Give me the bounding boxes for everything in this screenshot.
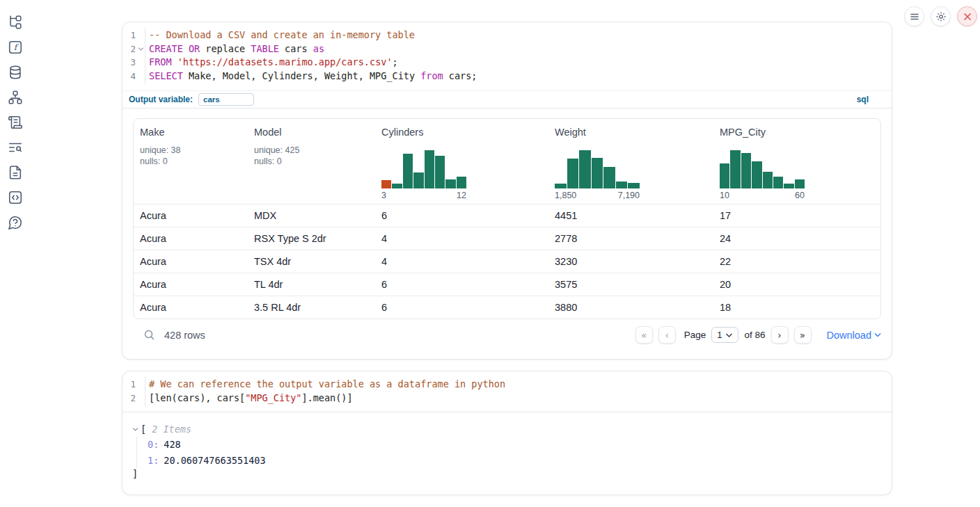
table-row[interactable]: AcuraTL 4dr6357520 [134,273,880,296]
table-cell: MDX [248,204,375,227]
histogram-bar[interactable] [445,179,455,188]
code-line[interactable]: 1-- Download a CSV and create an in-memo… [122,29,892,42]
table-row[interactable]: AcuraTSX 4dr4323022 [134,250,880,273]
snippets-icon[interactable] [8,190,23,205]
histogram-bar[interactable] [435,156,445,188]
histogram-bar[interactable] [773,177,783,188]
histogram-bar[interactable] [457,177,466,188]
histogram-bar[interactable] [603,167,615,188]
column-label[interactable]: Make [140,127,248,138]
code-line[interactable]: 2[len(cars), cars["MPG_City"].mean()] [122,392,892,405]
cylinders-histogram: 3 12 [381,150,466,200]
histogram-bar[interactable] [381,180,391,188]
histogram-bar[interactable] [730,150,740,188]
table-row[interactable]: Acura3.5 RL 4dr6388018 [134,296,880,319]
column-header-model: Model unique: 425 nulls: 0 [248,119,375,204]
logs-icon[interactable] [8,140,23,155]
table-row[interactable]: AcuraRSX Type S 2dr4277824 [134,227,880,250]
variables-icon[interactable]: f [8,40,23,55]
table-body: AcuraMDX6445117AcuraRSX Type S 2dr427782… [134,204,880,319]
data-table: Make unique: 38 nulls: 0 Model unique: 4… [133,118,881,319]
column-label[interactable]: Model [254,127,375,138]
sql-code-editor[interactable]: 1-- Download a CSV and create an in-memo… [122,22,892,90]
column-header-weight: Weight 1,850 7,190 [548,119,713,204]
histogram-bar[interactable] [579,150,591,188]
histogram-axis: 3 12 [381,191,466,200]
hamburger-icon [910,12,919,22]
column-header-cylinders: Cylinders 3 12 [375,119,548,204]
table-cell: TSX 4dr [248,250,375,273]
table-cell: 4451 [548,204,713,227]
histogram-bar[interactable] [752,161,761,188]
documentation-icon[interactable] [8,165,23,180]
dependency-graph-icon[interactable] [8,90,23,105]
histogram-bar[interactable] [592,158,603,188]
code-line[interactable]: 2CREATE OR replace TABLE cars as [122,42,892,56]
column-header-mpg-city: MPG_City 10 60 [713,119,880,204]
table-cell: 22 [713,250,880,273]
item-index: 1: [148,455,159,466]
page-total-label: of 86 [744,330,765,340]
histogram-bar[interactable] [616,182,628,188]
histogram-bar[interactable] [720,163,729,188]
first-page-button[interactable]: « [635,326,653,344]
chevron-down-icon [874,332,881,337]
shutdown-button[interactable] [957,6,977,26]
prev-page-button[interactable]: ‹ [658,326,676,344]
page-select[interactable]: 1 [711,327,738,343]
code-line[interactable]: 3FROM 'https://datasets.marimo.app/cars.… [122,56,892,70]
column-header-make: Make unique: 38 nulls: 0 [134,119,248,204]
column-label[interactable]: Cylinders [381,127,548,138]
row-count: 428 rows [164,330,205,341]
column-label[interactable]: Weight [555,127,713,138]
table-cell: 3575 [548,273,713,296]
pagination: « ‹ Page 1 of 86 › » Download [635,326,881,344]
item-value: 20.060747663551403 [164,455,265,466]
histogram-bar[interactable] [784,184,793,188]
last-page-button[interactable]: » [794,326,812,344]
items-count-label: 2 Items [152,423,191,435]
search-icon[interactable] [143,329,155,341]
histogram-bar[interactable] [555,184,567,188]
table-cell: 3.5 RL 4dr [248,296,375,319]
close-icon [963,13,972,21]
column-label[interactable]: MPG_City [720,127,880,138]
scratchpad-icon[interactable] [8,115,23,130]
table-header: Make unique: 38 nulls: 0 Model unique: 4… [134,119,880,204]
help-icon[interactable] [8,215,23,230]
table-cell: Acura [134,296,248,319]
histogram-bar[interactable] [567,159,579,188]
python-code-editor[interactable]: 1# We can reference the output variable … [122,371,892,412]
settings-button[interactable] [931,6,951,26]
code-line[interactable]: 4SELECT Make, Model, Cylinders, Weight, … [122,70,892,83]
output-variable-input[interactable] [198,93,254,106]
table-cell: 6 [375,204,548,227]
histogram-bar[interactable] [403,154,413,188]
sql-cell: 1-- Download a CSV and create an in-memo… [122,22,892,360]
histogram-bar[interactable] [413,172,423,188]
table-cell: 17 [713,204,880,227]
histogram-bar[interactable] [795,179,805,188]
download-button[interactable]: Download [827,330,882,341]
table-cell: 4 [375,227,548,250]
notebook-controls [904,6,977,26]
page-label: Page [684,330,706,340]
menu-button[interactable] [904,6,924,26]
table-cell: 18 [713,296,880,319]
datasources-icon[interactable] [8,65,23,80]
next-page-button[interactable]: › [771,326,789,344]
table-row[interactable]: AcuraMDX6445117 [134,204,880,227]
histogram-bar[interactable] [628,183,640,188]
mpg-city-histogram: 10 60 [720,150,805,200]
chevron-down-icon [725,332,733,338]
collapse-chevron-icon[interactable] [132,426,139,433]
histogram-bar[interactable] [741,153,751,188]
code-line[interactable]: 1# We can reference the output variable … [122,378,892,392]
file-explorer-icon[interactable] [8,15,23,30]
histogram-bar[interactable] [392,184,402,188]
histogram-bar[interactable] [425,150,434,188]
histogram-bar[interactable] [763,172,773,188]
table-cell: 4 [375,250,548,273]
list-item: 1:20.060747663551403 [148,453,892,469]
table-cell: TL 4dr [248,273,375,296]
